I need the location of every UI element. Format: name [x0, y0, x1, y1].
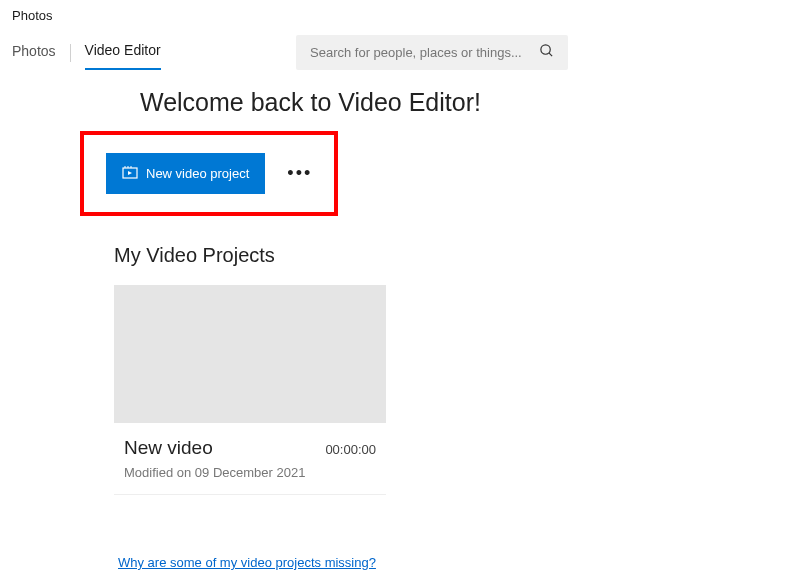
missing-projects-link[interactable]: Why are some of my video projects missin…	[118, 555, 376, 570]
project-name: New video	[124, 437, 213, 459]
search-box[interactable]	[296, 35, 568, 70]
svg-point-0	[541, 45, 550, 54]
project-duration: 00:00:00	[325, 442, 376, 457]
project-thumbnail	[114, 285, 386, 423]
new-project-label: New video project	[146, 166, 249, 181]
project-info: New video 00:00:00 Modified on 09 Decemb…	[114, 423, 386, 480]
tabs-bar: Photos Video Editor	[0, 35, 800, 70]
main-content: Welcome back to Video Editor! New video …	[0, 70, 800, 571]
my-projects-heading: My Video Projects	[114, 244, 800, 267]
tab-photos[interactable]: Photos	[12, 37, 56, 69]
highlight-frame: New video project •••	[80, 131, 338, 216]
tab-video-editor[interactable]: Video Editor	[85, 36, 161, 70]
page-title: Welcome back to Video Editor!	[140, 88, 800, 117]
project-modified: Modified on 09 December 2021	[124, 465, 376, 480]
search-icon	[539, 43, 554, 62]
search-container	[296, 35, 568, 70]
new-video-project-button[interactable]: New video project	[106, 153, 265, 194]
ellipsis-icon: •••	[287, 163, 312, 183]
video-clip-icon	[122, 165, 138, 182]
project-card[interactable]: New video 00:00:00 Modified on 09 Decemb…	[114, 285, 386, 495]
search-input[interactable]	[310, 45, 527, 60]
more-options-button[interactable]: •••	[283, 157, 316, 190]
window-title: Photos	[0, 0, 800, 31]
tab-separator	[70, 44, 71, 62]
svg-line-1	[549, 53, 552, 56]
